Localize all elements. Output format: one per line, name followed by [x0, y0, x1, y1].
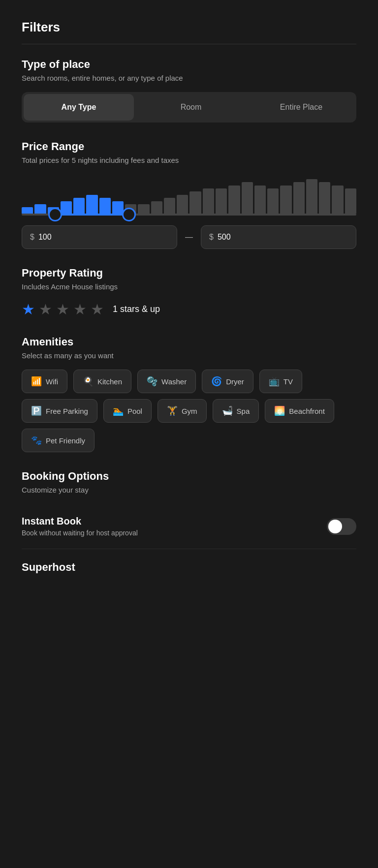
price-bar-11: [164, 198, 175, 214]
amenity-btn-pet_friendly[interactable]: 🐾Pet Friendly: [22, 429, 94, 452]
price-max-currency: $: [209, 233, 214, 242]
price-max-input[interactable]: [218, 233, 348, 242]
gym-icon: 🏋️: [167, 405, 178, 416]
price-bar-22: [306, 179, 317, 214]
stars-row: ★ ★ ★ ★ ★ 1 stars & up: [22, 301, 356, 318]
booking-options-subtitle: Customize your stay: [22, 486, 356, 494]
price-slider-min-thumb[interactable]: [48, 208, 62, 221]
star-5[interactable]: ★: [91, 301, 104, 318]
title-divider: [22, 44, 356, 44]
amenity-label-spa: Spa: [237, 407, 250, 415]
page-title: Filters: [22, 20, 356, 35]
price-bar-5: [86, 195, 97, 214]
amenity-label-pet_friendly: Pet Friendly: [46, 436, 85, 445]
type-btn-entire[interactable]: Entire Place: [246, 92, 356, 123]
spa-icon: 🛁: [222, 405, 233, 416]
property-rating-title: Property Rating: [22, 267, 356, 279]
amenity-btn-washer[interactable]: 🫧Washer: [137, 370, 196, 393]
amenity-btn-gym[interactable]: 🏋️Gym: [158, 399, 207, 423]
washer-icon: 🫧: [147, 376, 158, 387]
pool-icon: 🏊: [113, 405, 124, 416]
type-of-place-title: Type of place: [22, 58, 356, 71]
amenity-label-gym: Gym: [182, 407, 197, 415]
price-bar-14: [203, 188, 214, 214]
star-2[interactable]: ★: [39, 301, 52, 318]
price-bar-4: [73, 198, 85, 214]
amenity-label-parking: Free Parking: [46, 407, 88, 415]
booking-options-title: Booking Options: [22, 470, 356, 483]
amenity-btn-parking[interactable]: 🅿️Free Parking: [22, 399, 97, 423]
price-bar-0: [22, 207, 33, 214]
price-bar-1: [34, 204, 46, 214]
type-btn-room[interactable]: Room: [136, 92, 246, 123]
type-of-place-section: Type of place Search rooms, entire homes…: [22, 58, 356, 123]
instant-book-subtitle: Book without waiting for host approval: [22, 529, 138, 537]
amenity-btn-tv[interactable]: 📺TV: [259, 370, 302, 393]
beachfront-icon: 🌅: [274, 405, 285, 416]
superhost-row: Superhost: [22, 549, 356, 574]
amenity-label-tv: TV: [284, 377, 293, 386]
price-bar-24: [332, 186, 343, 214]
price-range-subtitle: Total prices for 5 nights including fees…: [22, 156, 356, 164]
dryer-icon: 🌀: [211, 376, 222, 387]
price-bar-12: [177, 195, 188, 214]
amenities-title: Amenities: [22, 336, 356, 348]
price-bar-10: [151, 201, 162, 214]
type-toggle-group: Any Type Room Entire Place: [22, 92, 356, 123]
type-btn-any[interactable]: Any Type: [24, 94, 134, 121]
amenity-label-beachfront: Beachfront: [289, 407, 325, 415]
amenities-subtitle: Select as many as you want: [22, 351, 356, 360]
type-of-place-subtitle: Search rooms, entire homes, or any type …: [22, 74, 356, 82]
price-bar-15: [216, 188, 227, 214]
price-slider-fill: [55, 214, 129, 216]
price-bar-20: [280, 186, 291, 214]
amenity-btn-beachfront[interactable]: 🌅Beachfront: [265, 399, 334, 423]
price-bar-21: [293, 182, 305, 214]
amenity-label-wifi: Wifi: [46, 377, 58, 386]
tv-icon: 📺: [269, 376, 280, 387]
price-bar-18: [254, 186, 266, 214]
instant-book-toggle-knob: [328, 520, 342, 533]
amenity-label-washer: Washer: [161, 377, 187, 386]
price-slider-track[interactable]: [22, 214, 356, 216]
price-range-section: Price Range Total prices for 5 nights in…: [22, 140, 356, 249]
amenity-btn-dryer[interactable]: 🌀Dryer: [202, 370, 253, 393]
price-min-currency: $: [30, 233, 34, 242]
price-bar-13: [189, 191, 201, 214]
parking-icon: 🅿️: [31, 405, 42, 416]
star-4[interactable]: ★: [73, 301, 87, 318]
price-max-input-wrap: $: [201, 225, 356, 249]
amenity-btn-wifi[interactable]: 📶Wifi: [22, 370, 67, 393]
amenity-label-pool: Pool: [127, 407, 142, 415]
amenities-grid: 📶Wifi🍳Kitchen🫧Washer🌀Dryer📺TV🅿️Free Park…: [22, 370, 356, 452]
price-inputs-row: $ — $: [22, 225, 356, 249]
price-range-title: Price Range: [22, 140, 356, 153]
price-slider-max-thumb[interactable]: [122, 208, 136, 221]
price-bar-16: [228, 186, 240, 214]
amenity-btn-spa[interactable]: 🛁Spa: [213, 399, 259, 423]
instant-book-toggle[interactable]: [327, 518, 356, 535]
amenity-btn-kitchen[interactable]: 🍳Kitchen: [73, 370, 131, 393]
amenity-label-kitchen: Kitchen: [97, 377, 122, 386]
price-bar-25: [345, 188, 356, 214]
kitchen-icon: 🍳: [83, 376, 94, 387]
property-rating-subtitle: Includes Acme House listings: [22, 282, 356, 291]
price-bar-9: [138, 204, 149, 214]
instant-book-text: Instant Book Book without waiting for ho…: [22, 516, 138, 537]
price-bar-17: [242, 182, 253, 214]
price-bar-19: [267, 188, 279, 214]
price-min-input-wrap: $: [22, 225, 177, 249]
price-dash: —: [185, 233, 193, 242]
booking-options-section: Booking Options Customize your stay Inst…: [22, 470, 356, 574]
price-bar-3: [61, 201, 72, 214]
price-min-input[interactable]: [38, 233, 169, 242]
wifi-icon: 📶: [31, 376, 42, 387]
price-histogram: [22, 174, 356, 214]
instant-book-title: Instant Book: [22, 516, 138, 527]
star-3[interactable]: ★: [56, 301, 69, 318]
star-1[interactable]: ★: [22, 301, 35, 318]
superhost-title: Superhost: [22, 561, 356, 574]
amenity-btn-pool[interactable]: 🏊Pool: [103, 399, 152, 423]
amenity-label-dryer: Dryer: [226, 377, 244, 386]
amenities-section: Amenities Select as many as you want 📶Wi…: [22, 336, 356, 452]
